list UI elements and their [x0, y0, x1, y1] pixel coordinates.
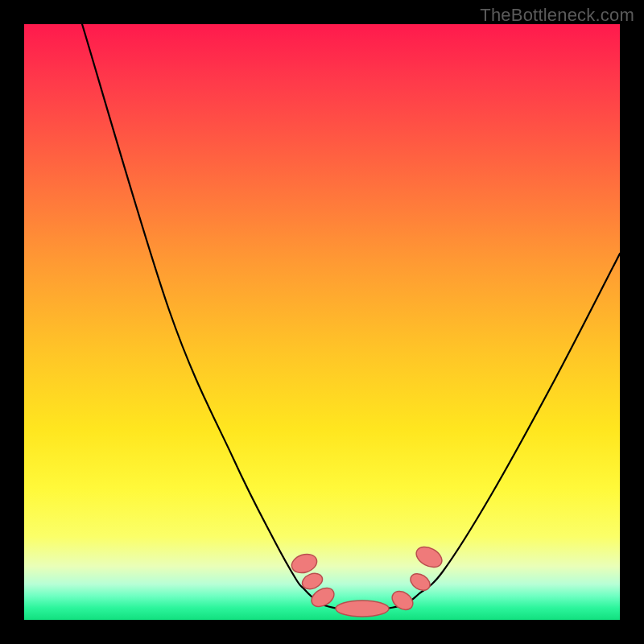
curve-marker [413, 543, 445, 571]
curve-svg [24, 24, 620, 620]
watermark-text: TheBottleneck.com [480, 5, 634, 26]
curve-marker [407, 570, 433, 593]
curve-marker [389, 588, 416, 613]
curve-markers [289, 543, 445, 617]
bottleneck-curve [82, 24, 620, 610]
curve-marker [336, 601, 389, 617]
chart-plot-area [24, 24, 620, 620]
curve-marker [289, 551, 319, 576]
